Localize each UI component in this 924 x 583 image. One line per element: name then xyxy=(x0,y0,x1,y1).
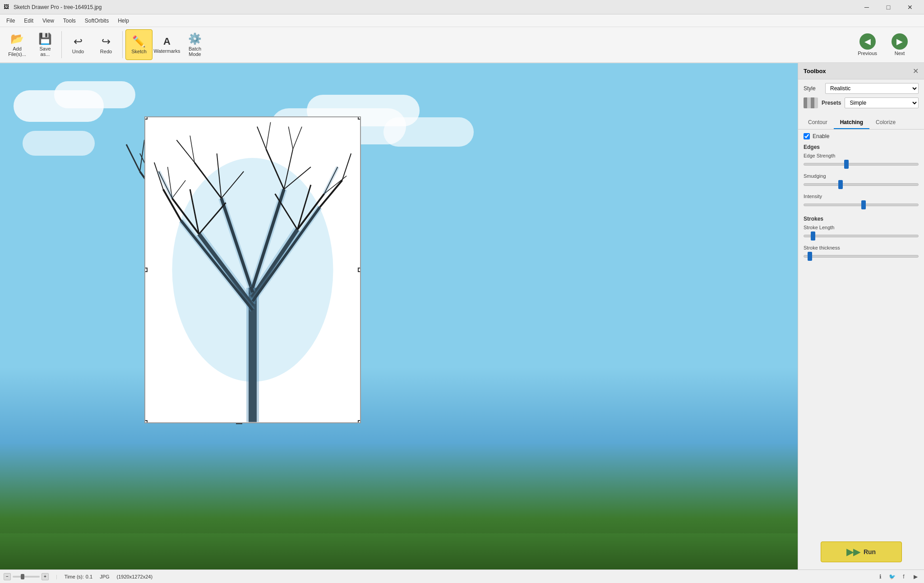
facebook-icon-button[interactable]: f xyxy=(899,572,909,582)
edge-strength-thumb[interactable] xyxy=(844,160,849,169)
presets-icon xyxy=(804,97,818,108)
watermarks-button[interactable]: A Watermarks xyxy=(153,29,180,60)
tabs: Contour Hatching Colorize xyxy=(798,116,924,130)
svg-line-62 xyxy=(163,190,181,221)
edge-strength-bg xyxy=(804,163,919,166)
time-label: Time (s): xyxy=(65,574,84,579)
handle-br[interactable] xyxy=(358,420,361,423)
stroke-length-label: Stroke Length xyxy=(804,225,919,230)
run-button[interactable]: ▶▶ Run xyxy=(821,541,902,562)
sketch-button[interactable]: ✏️ Sketch xyxy=(125,29,152,60)
redo-label: Redo xyxy=(100,49,112,54)
add-file-button[interactable]: 📂 AddFile(s)... xyxy=(4,29,31,60)
twitter-icon-button[interactable]: 🐦 xyxy=(887,572,897,582)
handle-ml[interactable] xyxy=(144,268,148,272)
undo-button[interactable]: ↩ Undo xyxy=(65,29,92,60)
maximize-button[interactable]: □ xyxy=(878,0,899,14)
intensity-track[interactable] xyxy=(804,200,919,209)
stroke-length-thumb[interactable] xyxy=(811,231,815,241)
batch-mode-icon: ⚙️ xyxy=(188,32,202,45)
enable-row: Enable xyxy=(798,130,924,141)
smudging-row: Smudging xyxy=(798,172,924,193)
batch-mode-button[interactable]: ⚙️ BatchMode xyxy=(181,29,208,60)
handle-mr[interactable] xyxy=(358,268,361,272)
menu-file[interactable]: File xyxy=(2,16,19,26)
style-select[interactable]: Realistic Pencil Charcoal Watercolor xyxy=(825,83,919,94)
svg-line-67 xyxy=(324,167,338,194)
redo-button[interactable]: ↪ Redo xyxy=(92,29,120,60)
toolbar: 📂 AddFile(s)... 💾 Saveas... ↩ Undo ↪ Red… xyxy=(0,27,924,63)
format-value: JPG xyxy=(100,574,109,579)
toolbox-close-button[interactable]: ✕ xyxy=(913,67,919,75)
menu-view[interactable]: View xyxy=(38,16,59,26)
menu-softorbits[interactable]: SoftOrbits xyxy=(80,16,113,26)
batch-mode-label: BatchMode xyxy=(189,46,201,57)
add-file-icon: 📂 xyxy=(10,32,24,45)
menu-help[interactable]: Help xyxy=(113,16,134,26)
tab-colorize[interactable]: Colorize xyxy=(869,116,902,129)
redo-icon: ↪ xyxy=(102,35,111,48)
app-icon: 🖼 xyxy=(4,4,11,11)
zoom-slider[interactable] xyxy=(13,576,40,578)
stroke-length-row: Stroke Length xyxy=(798,224,924,244)
stroke-thickness-label: Stroke thickness xyxy=(804,245,919,250)
tab-hatching[interactable]: Hatching xyxy=(834,116,869,129)
zoom-in-button[interactable]: + xyxy=(42,573,49,580)
stroke-thickness-thumb[interactable] xyxy=(808,252,812,261)
handle-tr[interactable] xyxy=(358,116,361,120)
edge-strength-track[interactable] xyxy=(804,160,919,169)
time-status: Time (s): 0.1 xyxy=(65,574,92,579)
toolbox-spacer xyxy=(798,264,924,534)
main-layout: Toolbox ✕ Style Realistic Pencil Charcoa… xyxy=(0,63,924,569)
stroke-length-track[interactable] xyxy=(804,231,919,241)
run-arrow-icon: ▶▶ xyxy=(846,546,860,557)
intensity-thumb[interactable] xyxy=(861,200,866,209)
svg-line-71 xyxy=(266,122,271,149)
cloud-5 xyxy=(23,131,95,156)
smudging-track[interactable] xyxy=(804,180,919,189)
handle-bl[interactable] xyxy=(144,420,148,423)
smudging-thumb[interactable] xyxy=(838,180,843,189)
handle-tl[interactable] xyxy=(144,116,148,120)
run-btn-container: ▶▶ Run xyxy=(798,534,924,569)
zoom-thumb[interactable] xyxy=(21,574,24,579)
youtube-icon-button[interactable]: ▶ xyxy=(910,572,920,582)
cloud-6 xyxy=(383,117,474,147)
sketch-icon: ✏️ xyxy=(132,35,146,48)
stroke-thickness-track[interactable] xyxy=(804,252,919,261)
next-button[interactable]: ▶ Next xyxy=(886,32,913,58)
run-label: Run xyxy=(864,548,876,555)
menu-edit[interactable]: Edit xyxy=(19,16,38,26)
minimize-button[interactable]: ─ xyxy=(856,0,877,14)
svg-line-70 xyxy=(257,127,266,149)
presets-row: Presets Simple Complex Artistic Clean xyxy=(804,97,919,108)
edge-strength-row: Edge Strength xyxy=(798,152,924,172)
window-title: Sketch Drawer Pro - tree-164915.jpg xyxy=(14,4,856,10)
previous-arrow-icon: ◀ xyxy=(859,33,876,50)
info-icon-button[interactable]: ℹ xyxy=(875,572,885,582)
menu-tools[interactable]: Tools xyxy=(59,16,80,26)
style-row: Style Realistic Pencil Charcoal Watercol… xyxy=(804,83,919,94)
edges-section-label: Edges xyxy=(798,141,924,152)
presets-select[interactable]: Simple Complex Artistic Clean xyxy=(845,97,919,108)
status-icons: ℹ 🐦 f ▶ xyxy=(875,572,920,582)
save-as-button[interactable]: 💾 Saveas... xyxy=(32,29,59,60)
toolbox-panel: Toolbox ✕ Style Realistic Pencil Charcoa… xyxy=(798,63,924,569)
enable-label[interactable]: Enable xyxy=(813,133,829,139)
enable-checkbox[interactable] xyxy=(804,133,810,139)
zoom-out-button[interactable]: − xyxy=(4,573,11,580)
close-button[interactable]: ✕ xyxy=(900,0,920,14)
svg-line-68 xyxy=(176,140,194,162)
grass xyxy=(0,533,798,569)
status-bar: − + | Time (s): 0.1 JPG (1920x1272x24) ℹ… xyxy=(0,569,924,583)
tab-contour[interactable]: Contour xyxy=(802,116,834,129)
canvas-area[interactable] xyxy=(0,63,798,569)
sketch-area xyxy=(144,116,361,423)
toolbox-title: Toolbox xyxy=(804,68,826,74)
previous-button[interactable]: ◀ Previous xyxy=(852,32,882,58)
undo-icon: ↩ xyxy=(74,35,83,48)
dimensions-status: (1920x1272x24) xyxy=(117,574,153,579)
previous-label: Previous xyxy=(858,51,877,56)
toolbar-nav: ◀ Previous ▶ Next xyxy=(852,32,913,58)
toolbar-group-main: 📂 AddFile(s)... 💾 Saveas... ↩ Undo ↪ Red… xyxy=(4,29,208,60)
